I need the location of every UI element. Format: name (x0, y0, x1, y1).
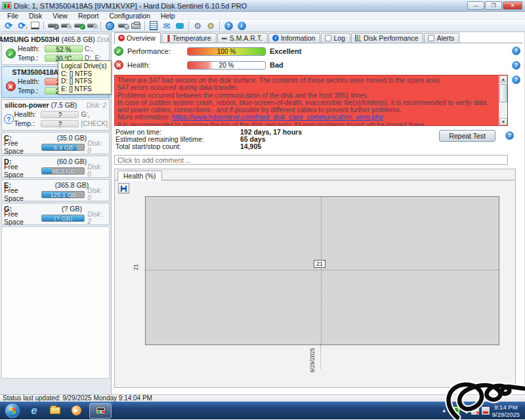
repeat-test-button[interactable]: Repeat Test (439, 130, 495, 142)
action-center-icon[interactable] (471, 407, 479, 415)
health-bar: 20 % (187, 61, 266, 70)
menu-file[interactable]: File (3, 12, 23, 20)
crosshair-vertical-extension (320, 345, 321, 369)
info-icon: i (272, 35, 279, 41)
warning-line: Problems occurred between the communicat… (117, 92, 497, 99)
y-axis-tick-label: 21 (133, 264, 139, 270)
clock-date: 9/29/2025 (492, 411, 520, 418)
menu-bar: File Disk View Report Configuration Help (0, 12, 525, 20)
minimize-button[interactable]: — (467, 1, 484, 10)
tab-label: Overview (127, 34, 156, 42)
disk-gauge-icon[interactable]: ◔ (46, 20, 59, 32)
tray-expand-icon[interactable]: ▲ (442, 408, 447, 413)
info-icon[interactable]: i (235, 20, 248, 32)
performance-label: Performance: (127, 47, 183, 55)
advanced-gear-icon[interactable]: ⚙ (204, 20, 217, 32)
health-label: Health: (14, 110, 39, 118)
scroll-up-arrow[interactable]: ▲ (499, 75, 507, 83)
error-status-icon: ✕ (114, 60, 123, 70)
save-chart-button[interactable] (118, 183, 129, 194)
chart-plot-area[interactable] (145, 196, 499, 345)
disk-clock-icon[interactable]: ◷ (59, 20, 72, 32)
menu-configuration[interactable]: Configuration (104, 12, 154, 20)
support-chat-icon[interactable] (173, 20, 186, 32)
disk-search-icon[interactable]: ○ (85, 20, 98, 32)
partition-panel-g[interactable]: G: (? GB) Free Space (? GB) Disk: 2 (1, 203, 110, 225)
partition-panel-e[interactable]: E: (365.8 GB) Free Space 125.1 GB Disk: … (1, 179, 110, 201)
disk-error-status-icon: ✕ (6, 81, 16, 91)
menu-report[interactable]: Report (74, 12, 104, 20)
internet-explorer-icon[interactable]: e (24, 403, 44, 418)
toolbar-separator (100, 21, 101, 30)
disk-panel-silicon-power[interactable]: silicon-power (7.5 GB) Disk: 2 ? Health:… (1, 99, 110, 131)
warning-line: It is recommended to examine the log of … (117, 121, 497, 126)
close-button[interactable]: ✕ (503, 1, 522, 10)
performance-value: 100 % (188, 48, 265, 55)
health-badge: 52 % (45, 45, 83, 52)
chart-tab-health[interactable]: Health (%) (117, 171, 162, 181)
page-icon (428, 35, 434, 41)
partition-disk: Disk: 2 (87, 211, 107, 225)
health-help-icon[interactable]: ? (512, 61, 520, 70)
ok-status-icon: ✓ (114, 47, 123, 56)
scroll-down-arrow[interactable]: ▼ (499, 118, 507, 125)
performance-help-icon[interactable]: ? (512, 47, 520, 55)
printer-icon[interactable] (129, 20, 142, 32)
volume-icon[interactable] (463, 408, 467, 414)
tab-temperature[interactable]: Temperature (161, 33, 217, 43)
window-title: Disk: 1, STM3500418AS [9VM1KVXP] - Hard … (14, 2, 247, 10)
tray-temperature-badge[interactable]: 29 (450, 406, 460, 415)
partition-panel-d[interactable]: D: (60.0 GB) Free Space 46.3 GB Disk: 0 (1, 156, 110, 178)
disk-ok-icon[interactable]: ✓ (72, 20, 85, 32)
clock-time: 9:14 PM (492, 404, 520, 411)
tab-log[interactable]: Log (321, 33, 350, 43)
tab-disk-performance[interactable]: Disk Performance (351, 33, 423, 43)
start-button[interactable] (5, 404, 20, 418)
tray-disk-icon[interactable] (482, 407, 490, 415)
status-bar: Status last updated: 9/29/2025 Monday 9:… (0, 394, 525, 402)
partition-panel-c[interactable]: C: (35.0 GB) Free Space 6.4 GB Disk: 0 (1, 132, 110, 154)
scrollbar-thumb[interactable] (499, 84, 507, 102)
disk-tools-icon[interactable]: ⚒ (116, 20, 129, 32)
stat-label: Total start/stop count: (116, 143, 240, 150)
free-space-bar: 6.4 GB (41, 144, 85, 151)
repeat-test-help-icon[interactable]: ? (505, 131, 514, 140)
report-document-icon[interactable] (147, 20, 160, 32)
crosshair-horizontal-line (146, 270, 499, 270)
comment-input[interactable] (114, 155, 508, 165)
performance-row: ✓ Performance: 100 % Excellent (114, 45, 523, 57)
tab-overview[interactable]: ✕ Overview (114, 32, 161, 43)
tab-smart[interactable]: ▬ S.M.A.R.T. (217, 33, 268, 43)
disk-name: SAMSUNG HD503HI (0, 35, 59, 43)
warning-help-icon[interactable]: ? (512, 75, 520, 84)
tab-information[interactable]: i Information (268, 33, 321, 43)
media-player-icon[interactable]: ▶ (66, 403, 86, 418)
status-text: Status last updated: 9/29/2025 Monday 9:… (3, 394, 152, 402)
report-list-icon[interactable] (28, 20, 41, 32)
menu-view[interactable]: View (48, 12, 72, 20)
hard-disk-sentinel-taskbar-button[interactable] (89, 403, 112, 419)
health-row: ✕ Health: 20 % Bad (114, 59, 523, 71)
file-explorer-icon[interactable] (45, 403, 65, 418)
warning-line: 547 errors occurred during data transfer… (117, 84, 497, 91)
menu-disk[interactable]: Disk (24, 12, 47, 20)
disk-number: Disk: 0 (97, 36, 112, 43)
toolbar-separator (144, 21, 145, 30)
refresh-alert-icon[interactable]: ⟳! (15, 20, 28, 32)
menu-help[interactable]: Help (156, 12, 180, 20)
x-axis-tick-label: 9/29/2025 (309, 348, 316, 373)
help-icon[interactable]: ? (222, 20, 235, 32)
tab-alerts[interactable]: Alerts (424, 33, 459, 43)
taskbar-clock[interactable]: 9:14 PM 9/29/2025 (492, 404, 522, 418)
temp-label: Temp.: (18, 54, 43, 62)
floppy-disk-icon (121, 186, 127, 192)
mail-icon[interactable]: ✉ (160, 20, 173, 32)
overview-panel: ✕ Overview Temperature ▬ S.M.A.R.T. i In… (112, 32, 525, 394)
more-information-link[interactable]: https://www.hdsentinel.com/hard_disk_cas… (172, 114, 383, 121)
refresh-icon[interactable]: ⟳ (2, 20, 15, 32)
globe-icon[interactable] (103, 20, 116, 32)
warning-scrollbar[interactable]: ▲ ▼ (499, 75, 507, 125)
restore-button[interactable]: ❐ (485, 1, 502, 10)
settings-gear-icon[interactable]: ⚙ (191, 20, 204, 32)
disk-warning-textbox[interactable]: There are 347 bad sectors on the disk su… (114, 75, 508, 126)
